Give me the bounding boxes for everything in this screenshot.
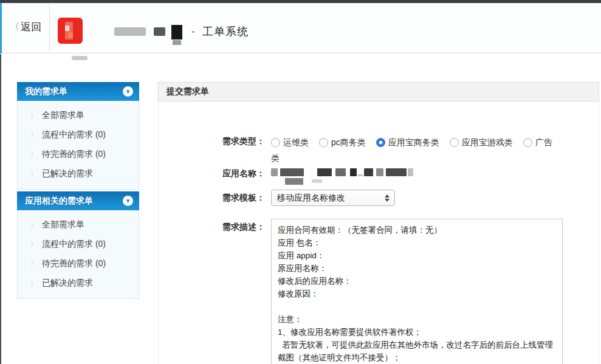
chevron-right-icon: 〉 xyxy=(30,259,36,269)
description-textarea[interactable]: 应用合同有效期：（无签署合同，请填：无） 应用 包名： 应用 appid： 原应… xyxy=(271,219,563,364)
sidebar-item-label: 全部需求单 xyxy=(42,219,84,230)
submit-panel: 提交需求单 需求类型： 运维类pc商务类应用宝商务类应用宝游戏类广告类 应用名称… xyxy=(158,82,599,364)
back-button[interactable]: 〈 返回 xyxy=(10,20,41,34)
sidebar-item[interactable]: 〉已解决的需求 xyxy=(18,164,139,184)
radio-option-label: 应用宝商务类 xyxy=(388,137,439,147)
sidebar-section-header[interactable]: 我的需求单▾ xyxy=(17,82,139,101)
requirement-type-option[interactable]: 运维类 xyxy=(271,137,309,147)
redacted-app-name-block xyxy=(114,27,146,36)
radio-unselected-icon[interactable] xyxy=(271,138,280,147)
radio-selected-icon[interactable] xyxy=(376,138,385,147)
back-button-label: 返回 xyxy=(21,20,41,34)
requirement-type-option[interactable]: 应用宝商务类 xyxy=(376,137,439,147)
sidebar-item-label: 已解决的需求 xyxy=(42,278,93,289)
redacted-text-block xyxy=(171,25,182,39)
sidebar-section-title: 应用相关的需求单 xyxy=(25,196,123,207)
chevron-down-circle-icon[interactable]: ▾ xyxy=(123,86,133,97)
app-logo xyxy=(58,18,83,44)
template-select[interactable]: 移动应用名称修改 xyxy=(271,190,395,206)
redacted-app-name-value xyxy=(312,179,322,183)
panel-body: 需求类型： 运维类pc商务类应用宝商务类应用宝游戏类广告类 应用名称： 需求模板… xyxy=(158,101,599,364)
sidebar-item-label: 待完善的需求 (0) xyxy=(42,149,106,160)
requirement-type-option[interactable]: pc商务类 xyxy=(319,137,366,147)
chevron-right-icon: 〉 xyxy=(30,278,36,289)
sidebar: 我的需求单▾〉全部需求单〉流程中的需求 (0)〉待完善的需求 (0)〉已解决的需… xyxy=(17,82,139,301)
redacted-caption-block xyxy=(72,56,88,60)
sidebar-item[interactable]: 〉流程中的需求 (0) xyxy=(18,235,139,254)
requirement-type-label: 需求类型： xyxy=(159,136,265,147)
chevron-right-icon: 〉 xyxy=(30,239,36,250)
sidebar-item-label: 流程中的需求 (0) xyxy=(42,239,106,250)
sidebar-item[interactable]: 〉全部需求单 xyxy=(18,215,139,235)
chevron-right-icon: 〉 xyxy=(30,220,36,230)
sidebar-item[interactable]: 〉流程中的需求 (0) xyxy=(18,125,139,145)
template-label: 需求模板： xyxy=(159,193,265,204)
radio-unselected-icon[interactable] xyxy=(450,138,459,147)
work-order-screen: 〈 返回 - 工单系统 我的需求单▾〉全部需求单〉流程中的需求 (0)〉待完善的… xyxy=(0,0,601,364)
radio-option-label: 运维类 xyxy=(283,137,309,147)
radio-option-label: 应用宝游戏类 xyxy=(462,137,513,147)
radio-option-label: pc商务类 xyxy=(331,137,366,147)
app-header: 〈 返回 - 工单系统 xyxy=(0,3,601,53)
page-title: 工单系统 xyxy=(202,24,249,39)
radio-unselected-icon[interactable] xyxy=(319,138,328,147)
page-left-edge xyxy=(0,54,1,364)
sidebar-section-header[interactable]: 应用相关的需求单▾ xyxy=(17,191,139,210)
header-divider xyxy=(49,3,50,53)
sidebar-item[interactable]: 〉待完善的需求 (0) xyxy=(18,145,139,164)
sidebar-section-body: 〉全部需求单〉流程中的需求 (0)〉待完善的需求 (0)〉已解决的需求 xyxy=(17,210,139,299)
sidebar-section-body: 〉全部需求单〉流程中的需求 (0)〉待完善的需求 (0)〉已解决的需求 xyxy=(17,101,139,190)
header-blue-edge xyxy=(0,3,2,53)
sidebar-item-label: 流程中的需求 (0) xyxy=(42,129,106,140)
app-name-label: 应用名称： xyxy=(159,168,265,179)
chevron-left-icon: 〈 xyxy=(10,21,19,33)
sidebar-item[interactable]: 〉已解决的需求 xyxy=(18,273,139,293)
sidebar-item[interactable]: 〉待完善的需求 (0) xyxy=(18,254,139,273)
chevron-right-icon: 〉 xyxy=(30,169,36,179)
title-separator: - xyxy=(191,26,194,37)
sidebar-section: 应用相关的需求单▾〉全部需求单〉流程中的需求 (0)〉待完善的需求 (0)〉已解… xyxy=(17,191,139,299)
sidebar-section-title: 我的需求单 xyxy=(25,86,123,97)
sidebar-item[interactable]: 〉全部需求单 xyxy=(18,106,139,125)
template-select-value: 移动应用名称修改 xyxy=(277,193,385,204)
chevron-right-icon: 〉 xyxy=(30,130,36,140)
sidebar-item-label: 已解决的需求 xyxy=(42,168,93,179)
redacted-app-name-value xyxy=(285,178,303,185)
requirement-type-group: 运维类pc商务类应用宝商务类应用宝游戏类广告类 xyxy=(271,134,562,166)
panel-title: 提交需求单 xyxy=(167,86,209,97)
chevron-down-circle-icon[interactable]: ▾ xyxy=(123,196,133,206)
redacted-text-block xyxy=(173,40,181,45)
sidebar-section: 我的需求单▾〉全部需求单〉流程中的需求 (0)〉待完善的需求 (0)〉已解决的需… xyxy=(17,82,139,190)
redacted-text-block xyxy=(154,27,165,36)
radio-unselected-icon[interactable] xyxy=(523,138,532,147)
sidebar-item-label: 全部需求单 xyxy=(42,110,84,121)
description-label: 需求描述： xyxy=(159,222,265,233)
requirement-type-option[interactable]: 应用宝游戏类 xyxy=(450,137,513,147)
panel-header: 提交需求单 xyxy=(158,82,599,101)
chevron-right-icon: 〉 xyxy=(30,111,36,121)
sidebar-item-label: 待完善的需求 (0) xyxy=(42,258,106,269)
select-stepper-icon xyxy=(385,194,390,202)
chevron-right-icon: 〉 xyxy=(30,149,36,160)
